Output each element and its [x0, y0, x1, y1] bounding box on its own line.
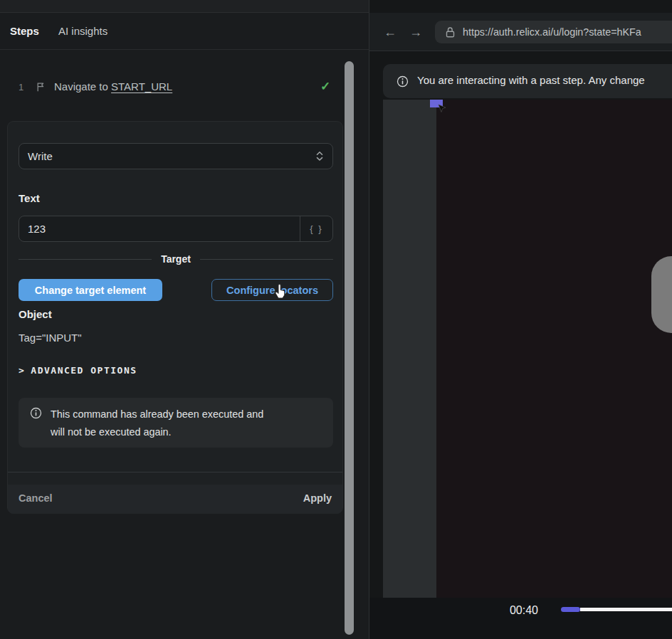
step-action-text: Navigate to	[54, 80, 108, 93]
step-description: Navigate to START_URL	[54, 80, 172, 93]
info-message-box: This command has already been executed a…	[19, 398, 333, 448]
divider-line	[19, 259, 152, 260]
browser-back-button[interactable]: ←	[384, 13, 397, 51]
step-number: 1	[19, 82, 23, 93]
progress-fill	[561, 607, 580, 612]
text-field-label: Text	[19, 192, 40, 204]
browser-forward-button[interactable]: →	[409, 13, 422, 51]
panel-scrollbar-thumb[interactable]	[345, 61, 354, 635]
browser-url-text: https://auth.relicx.ai/u/login?state=hKF…	[463, 26, 641, 38]
editor-footer: Cancel Apply	[8, 485, 342, 514]
change-target-element-button[interactable]: Change target element	[19, 279, 162, 301]
insert-variable-button[interactable]: { }	[300, 216, 332, 241]
advanced-options-toggle[interactable]: >ADVANCED OPTIONS	[19, 365, 137, 376]
replay-screenshot-main	[436, 100, 672, 598]
text-input[interactable]	[19, 216, 300, 241]
past-step-notice-banner: You are interacting with a past step. An…	[383, 64, 672, 98]
info-icon	[397, 75, 409, 88]
browser-replay-panel: ← → https://auth.relicx.ai/u/login?state…	[369, 0, 672, 639]
browser-chrome-bar: ← → https://auth.relicx.ai/u/login?state…	[369, 13, 672, 51]
info-icon	[30, 407, 42, 419]
step-success-check-icon: ✓	[320, 79, 330, 94]
info-message-text: This command has already been executed a…	[51, 406, 280, 441]
target-heading: Target	[161, 253, 191, 265]
player-progress-bar[interactable]	[561, 607, 672, 612]
chevron-right-icon: >	[19, 365, 25, 376]
steps-panel: Steps AI insights 1 Navigate to START_UR…	[0, 13, 369, 639]
step-editor-card: Write Text { } Target Change target elem	[7, 121, 343, 514]
text-input-group: { }	[19, 216, 333, 242]
player-timestamp: 00:40	[502, 604, 546, 617]
flag-icon	[36, 82, 46, 93]
cancel-button[interactable]: Cancel	[19, 492, 53, 504]
progress-track	[580, 608, 672, 611]
notice-banner-text: You are interacting with a past step. An…	[417, 74, 645, 86]
command-select[interactable]: Write	[19, 143, 333, 169]
step-list-item[interactable]: 1 Navigate to START_URL ✓	[0, 71, 342, 104]
divider-line	[200, 259, 333, 260]
footer-divider	[8, 472, 342, 472]
apply-button[interactable]: Apply	[303, 492, 332, 504]
object-label: Object	[19, 308, 52, 320]
app-window: Steps AI insights 1 Navigate to START_UR…	[0, 0, 672, 639]
side-panel-handle[interactable]	[651, 256, 672, 333]
lock-icon	[445, 26, 455, 38]
command-select-value: Write	[28, 150, 315, 162]
advanced-options-label: ADVANCED OPTIONS	[31, 365, 137, 376]
browser-url-bar[interactable]: https://auth.relicx.ai/u/login?state=hKF…	[435, 21, 672, 43]
object-value: Tag="INPUT"	[19, 332, 82, 344]
replay-screenshot-sidebar	[383, 100, 436, 598]
step-target-link[interactable]: START_URL	[111, 80, 172, 93]
select-updown-chevron-icon	[315, 151, 324, 162]
replay-cursor-icon	[438, 104, 448, 114]
tab-ai-insights[interactable]: AI insights	[58, 13, 107, 50]
replay-player-bar: 00:40	[369, 598, 672, 639]
panel-tabs: Steps AI insights	[0, 13, 369, 50]
tab-steps[interactable]: Steps	[10, 13, 39, 50]
target-section-divider: Target	[19, 253, 333, 265]
mouse-pointer-cursor-icon	[272, 282, 288, 300]
